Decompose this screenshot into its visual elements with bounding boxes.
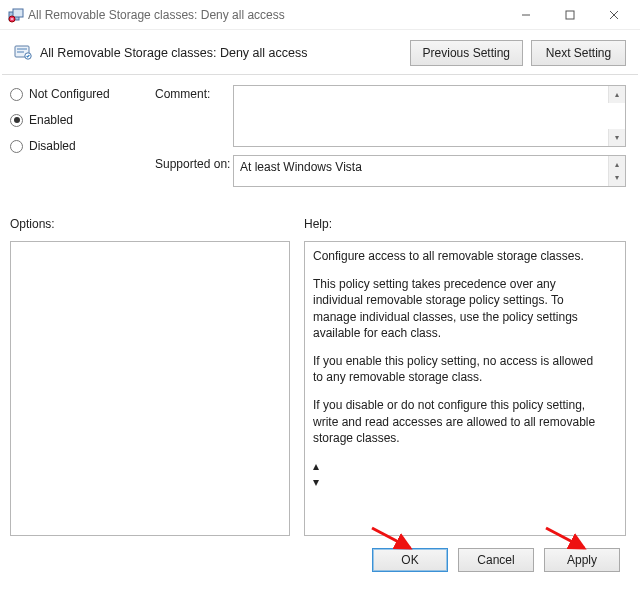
radio-dot-icon — [10, 88, 23, 101]
help-paragraph: If you enable this policy setting, no ac… — [313, 353, 603, 385]
scroll-up-icon[interactable]: ▴ — [608, 86, 625, 103]
fields-column: Comment: ▴ ▾ Supported on: At least Wind… — [155, 85, 626, 195]
svg-rect-5 — [17, 48, 27, 50]
radio-dot-selected-icon — [10, 114, 23, 127]
policy-title-text: All Removable Storage classes: Deny all … — [40, 46, 307, 60]
comment-label: Comment: — [155, 85, 233, 101]
policy-icon — [14, 43, 32, 64]
radio-not-configured[interactable]: Not Configured — [10, 87, 155, 101]
options-pane — [10, 241, 290, 536]
ok-button[interactable]: OK — [372, 548, 448, 572]
state-radio-group: Not Configured Enabled Disabled — [10, 85, 155, 195]
section-labels: Options: Help: — [0, 201, 640, 235]
help-paragraph: This policy setting takes precedence ove… — [313, 276, 603, 341]
help-paragraph: Configure access to all removable storag… — [313, 248, 603, 264]
supported-textbox: At least Windows Vista ▴ ▾ — [233, 155, 626, 187]
supported-label: Supported on: — [155, 155, 233, 171]
radio-enabled[interactable]: Enabled — [10, 113, 155, 127]
help-paragraph: If you disable or do not configure this … — [313, 397, 603, 446]
maximize-button[interactable] — [548, 0, 592, 30]
svg-rect-1 — [13, 9, 23, 17]
previous-setting-button[interactable]: Previous Setting — [410, 40, 523, 66]
radio-disabled[interactable]: Disabled — [10, 139, 155, 153]
svg-rect-3 — [566, 11, 574, 19]
svg-rect-6 — [17, 51, 24, 53]
cancel-button[interactable]: Cancel — [458, 548, 534, 572]
help-label: Help: — [290, 217, 626, 231]
comment-row: Comment: ▴ ▾ — [155, 85, 626, 147]
apply-button[interactable]: Apply — [544, 548, 620, 572]
titlebar: All Removable Storage classes: Deny all … — [0, 0, 640, 30]
radio-label: Not Configured — [29, 87, 110, 101]
close-button[interactable] — [592, 0, 636, 30]
next-setting-button[interactable]: Next Setting — [531, 40, 626, 66]
config-area: Not Configured Enabled Disabled Comment:… — [0, 75, 640, 201]
supported-value: At least Windows Vista — [240, 160, 362, 174]
radio-dot-icon — [10, 140, 23, 153]
scroll-down-icon[interactable]: ▾ — [608, 169, 625, 186]
help-pane: Configure access to all removable storag… — [304, 241, 626, 536]
policy-header: All Removable Storage classes: Deny all … — [0, 30, 640, 72]
radio-label: Disabled — [29, 139, 76, 153]
policy-app-icon — [8, 7, 24, 23]
dialog-footer: OK Cancel Apply — [0, 540, 640, 582]
scroll-down-icon[interactable]: ▾ — [313, 474, 603, 490]
policy-title-row: All Removable Storage classes: Deny all … — [14, 43, 402, 64]
radio-label: Enabled — [29, 113, 73, 127]
minimize-button[interactable] — [504, 0, 548, 30]
comment-textbox[interactable]: ▴ ▾ — [233, 85, 626, 147]
scroll-down-icon[interactable]: ▾ — [608, 129, 625, 146]
supported-row: Supported on: At least Windows Vista ▴ ▾ — [155, 155, 626, 187]
panes-row: Configure access to all removable storag… — [0, 235, 640, 540]
scroll-up-icon[interactable]: ▴ — [313, 458, 603, 474]
options-label: Options: — [10, 217, 290, 231]
window-title: All Removable Storage classes: Deny all … — [24, 8, 504, 22]
